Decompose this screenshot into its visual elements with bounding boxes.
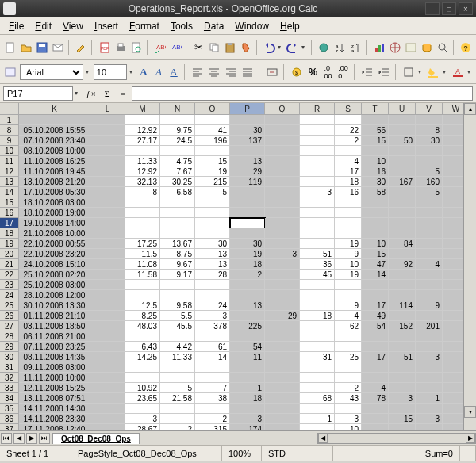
cell-P14[interactable] xyxy=(230,187,265,197)
cell-V12[interactable]: 5 xyxy=(416,166,443,177)
cell-N27[interactable]: 45.5 xyxy=(160,321,195,331)
row-header-8[interactable]: 8 xyxy=(0,125,19,136)
cell-M37[interactable]: 28.67 xyxy=(125,424,160,430)
cell-R20[interactable]: 51 xyxy=(300,249,335,259)
cell-Q21[interactable] xyxy=(265,259,300,270)
cell-V28[interactable] xyxy=(416,331,443,342)
cell-Q12[interactable] xyxy=(265,166,300,177)
cell-Q11[interactable] xyxy=(265,156,300,166)
cell-L14[interactable] xyxy=(90,187,125,197)
cell-R9[interactable] xyxy=(300,136,335,146)
cell-P17[interactable] xyxy=(230,218,265,228)
print-icon[interactable] xyxy=(113,39,128,56)
cell-O8[interactable]: 41 xyxy=(195,125,230,136)
cell-K22[interactable]: 25.10.2008 02:20 xyxy=(19,270,90,280)
increase-indent-icon[interactable] xyxy=(377,63,391,81)
cell-T24[interactable] xyxy=(362,290,389,300)
cell-P37[interactable]: 174 xyxy=(230,424,265,430)
cell-V25[interactable]: 9 xyxy=(416,300,443,311)
cell-S36[interactable]: 3 xyxy=(335,414,362,424)
cell-P36[interactable]: 3 xyxy=(230,414,265,424)
cell-V32[interactable] xyxy=(416,373,443,383)
cell-Q34[interactable] xyxy=(265,393,300,404)
cell-M34[interactable]: 23.65 xyxy=(125,393,160,404)
cell-Q24[interactable] xyxy=(265,290,300,300)
tab-last-icon[interactable]: ⏭ xyxy=(39,433,50,444)
cell-Q28[interactable] xyxy=(265,331,300,342)
cell-K26[interactable]: 01.11.2008 21:10 xyxy=(19,311,90,321)
function-wizard-icon[interactable]: ƒ× xyxy=(84,86,98,101)
cell-O34[interactable]: 38 xyxy=(195,393,230,404)
cell-P31[interactable] xyxy=(230,362,265,373)
col-header-Q[interactable]: Q xyxy=(265,103,300,115)
cell-V16[interactable] xyxy=(416,208,443,218)
cell-R16[interactable] xyxy=(300,208,335,218)
cell-K13[interactable]: 13.10.2008 21:20 xyxy=(19,177,90,187)
cell-M35[interactable] xyxy=(125,404,160,414)
cell-O36[interactable]: 2 xyxy=(195,414,230,424)
cell-Q23[interactable] xyxy=(265,280,300,290)
cell-Q17[interactable] xyxy=(265,218,300,228)
cell-V19[interactable] xyxy=(416,239,443,249)
vertical-scrollbar[interactable]: ▴ ▾ xyxy=(463,103,476,430)
cell-L30[interactable] xyxy=(90,352,125,362)
spreadsheet-grid[interactable]: KLMNOPQRSTUVWX1805.10.2008 15:5512.929.7… xyxy=(0,103,476,430)
cell-V17[interactable] xyxy=(416,218,443,228)
new-icon[interactable] xyxy=(3,39,17,56)
cell-L29[interactable] xyxy=(90,342,125,352)
row-header-23[interactable]: 23 xyxy=(0,280,19,290)
col-header-P[interactable]: P xyxy=(230,103,265,115)
cut-icon[interactable]: ✂ xyxy=(191,39,205,56)
menu-file[interactable]: File xyxy=(3,19,29,33)
cell-N20[interactable]: 8.75 xyxy=(160,249,195,259)
minimize-button[interactable]: – xyxy=(425,2,440,15)
cell-P25[interactable]: 13 xyxy=(230,300,265,311)
cell-S29[interactable] xyxy=(335,342,362,352)
cell-K37[interactable]: 17.11.2008 12:40 xyxy=(19,424,90,430)
cell-K1[interactable] xyxy=(19,115,90,125)
cell-S25[interactable]: 9 xyxy=(335,300,362,311)
cell-M9[interactable]: 27.17 xyxy=(125,136,160,146)
col-header-M[interactable]: M xyxy=(125,103,160,115)
cell-K31[interactable]: 09.11.2008 03:00 xyxy=(19,362,90,373)
cell-V20[interactable] xyxy=(416,249,443,259)
cell-reference-input[interactable] xyxy=(3,86,73,101)
cell-P34[interactable]: 18 xyxy=(230,393,265,404)
cell-M31[interactable] xyxy=(125,362,160,373)
bgcolor-icon[interactable] xyxy=(426,63,440,81)
cell-V1[interactable] xyxy=(416,115,443,125)
status-sum[interactable]: Sum=0 xyxy=(333,446,460,461)
cell-N25[interactable]: 9.58 xyxy=(160,300,195,311)
cell-R28[interactable] xyxy=(300,331,335,342)
sum-icon[interactable]: Σ xyxy=(100,86,114,101)
cell-M32[interactable] xyxy=(125,373,160,383)
copy-icon[interactable] xyxy=(207,39,221,56)
maximize-button[interactable]: □ xyxy=(442,2,456,15)
cell-M16[interactable] xyxy=(125,208,160,218)
menu-data[interactable]: Data xyxy=(198,19,229,33)
cell-Q15[interactable] xyxy=(265,197,300,208)
col-header-K[interactable]: K xyxy=(19,103,90,115)
cell-M17[interactable] xyxy=(125,218,160,228)
cell-R32[interactable] xyxy=(300,373,335,383)
cell-Q19[interactable] xyxy=(265,239,300,249)
tab-first-icon[interactable]: ⏮ xyxy=(1,433,12,444)
cell-Q13[interactable] xyxy=(265,177,300,187)
cell-O11[interactable]: 15 xyxy=(195,156,230,166)
cell-Q25[interactable] xyxy=(265,300,300,311)
cell-U24[interactable] xyxy=(389,290,416,300)
cell-M30[interactable]: 14.25 xyxy=(125,352,160,362)
cell-R11[interactable] xyxy=(300,156,335,166)
cell-K36[interactable]: 14.11.2008 23:30 xyxy=(19,414,90,424)
cell-N34[interactable]: 21.58 xyxy=(160,393,195,404)
cell-V14[interactable]: 5 xyxy=(416,187,443,197)
cell-K15[interactable]: 18.10.2008 03:00 xyxy=(19,197,90,208)
cell-T36[interactable] xyxy=(362,414,389,424)
cell-S37[interactable]: 10 xyxy=(335,424,362,430)
cell-T19[interactable]: 10 xyxy=(362,239,389,249)
align-left-icon[interactable] xyxy=(190,63,205,81)
col-header-O[interactable]: O xyxy=(195,103,230,115)
cell-R12[interactable] xyxy=(300,166,335,177)
cell-V30[interactable]: 3 xyxy=(416,352,443,362)
font-name-select[interactable]: Arial xyxy=(20,64,83,80)
